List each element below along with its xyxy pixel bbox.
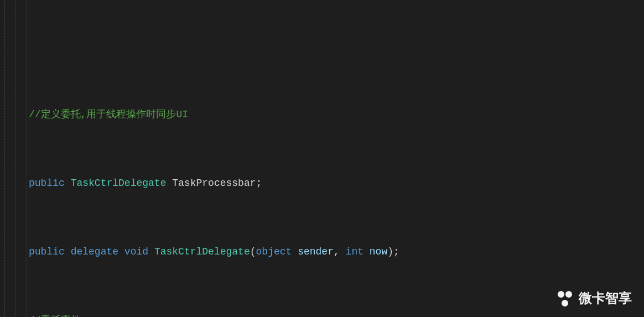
indent-guide <box>15 0 16 317</box>
indent-guide <box>4 0 5 317</box>
keyword: object <box>256 246 292 257</box>
keyword: public <box>29 246 65 257</box>
comment-text: //委托事件 <box>29 315 81 317</box>
watermark-text: 微卡智享 <box>579 289 632 307</box>
keyword: void <box>124 246 148 257</box>
code-line[interactable]: public delegate void TaskCtrlDelegate(ob… <box>0 243 644 261</box>
code-line[interactable]: public TaskCtrlDelegate TaskProcessbar; <box>0 175 644 192</box>
keyword: public <box>29 178 65 189</box>
identifier: TaskProcessbar <box>172 178 256 189</box>
type-name: TaskCtrlDelegate <box>154 246 250 257</box>
type-name: TaskCtrlDelegate <box>71 178 167 189</box>
comment-text: //定义委托,用于线程操作时同步UI <box>29 109 188 120</box>
punct: , <box>334 246 346 257</box>
code-editor[interactable]: //定义委托,用于线程操作时同步UI public TaskCtrlDelega… <box>0 0 644 317</box>
code-line[interactable]: //委托事件 <box>0 312 644 317</box>
punct: ; <box>393 246 399 257</box>
keyword: delegate <box>71 246 118 257</box>
indent-guide <box>27 0 27 317</box>
parameter: sender <box>298 246 334 257</box>
keyword: int <box>346 246 363 257</box>
punct: ) <box>387 246 393 257</box>
punct: ( <box>250 246 256 257</box>
wechat-icon <box>557 290 573 306</box>
watermark: 微卡智享 <box>557 289 632 307</box>
parameter: now <box>370 246 387 257</box>
punct: ; <box>256 178 262 189</box>
code-line[interactable]: //定义委托,用于线程操作时同步UI <box>0 106 644 123</box>
